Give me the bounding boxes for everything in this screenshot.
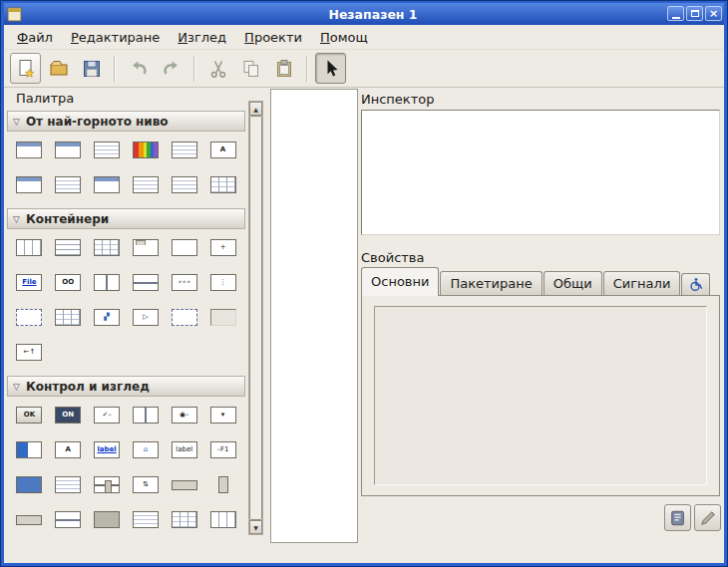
palette-item-hbox[interactable]	[13, 238, 45, 257]
minimize-button[interactable]	[667, 6, 684, 21]
widget-icon	[172, 239, 197, 256]
palette-item-expander[interactable]: ▷	[130, 308, 162, 327]
menu-file[interactable]: Файл	[8, 27, 62, 48]
palette-item-fixed[interactable]	[169, 238, 200, 257]
palette-item-accel-label[interactable]: –F1	[207, 440, 239, 459]
palette-item-tree-view[interactable]	[130, 510, 162, 529]
palette-item-font-selection-dialog[interactable]: A	[207, 141, 239, 159]
palette-item-about-dialog[interactable]	[91, 141, 123, 159]
scroll-down-button[interactable]: ▼	[249, 520, 262, 534]
palette-item-combo-box-entry[interactable]: ▾	[207, 406, 239, 425]
palette-item-progress-bar[interactable]	[13, 510, 45, 529]
palette-item-message-dialog[interactable]	[52, 175, 84, 194]
new-button[interactable]	[10, 53, 41, 84]
palette-item-file-chooser-dialog[interactable]	[169, 141, 200, 159]
paste-button[interactable]	[268, 53, 299, 84]
scrollbar-track[interactable]	[249, 116, 262, 520]
palette-item-color-button[interactable]	[13, 475, 45, 494]
palette-item-alignment[interactable]: +	[207, 238, 239, 257]
scroll-up-button[interactable]: ▲	[249, 102, 262, 116]
palette-item-spin-button[interactable]: ⇅	[130, 475, 162, 494]
palette-item-button[interactable]: OK	[13, 406, 45, 425]
palette-item-scrolledwindow[interactable]	[13, 308, 45, 327]
app-icon	[7, 7, 22, 22]
palette-item-drawing-area[interactable]	[91, 510, 123, 529]
edit-button[interactable]	[694, 504, 721, 531]
palette-item-viewport[interactable]	[207, 308, 239, 327]
tab-general[interactable]: Основни	[361, 267, 439, 296]
design-canvas[interactable]	[270, 89, 358, 543]
palette-item-toggle-button[interactable]: ON	[52, 406, 84, 425]
palette-item-iconview[interactable]	[52, 308, 84, 327]
tab-common[interactable]: Общи	[544, 271, 602, 296]
maximize-button[interactable]	[686, 6, 703, 21]
info-button[interactable]	[664, 504, 691, 531]
open-button[interactable]	[43, 53, 74, 84]
palette-item-window[interactable]	[13, 141, 45, 159]
palette-item-text-view[interactable]	[52, 475, 84, 494]
palette-item-file-selection[interactable]	[169, 175, 200, 194]
menu-help[interactable]: Помощ	[311, 27, 377, 48]
menu-view[interactable]: Изглед	[169, 27, 235, 48]
palette-item-statusbar[interactable]	[52, 510, 84, 529]
undo-button[interactable]	[123, 53, 154, 84]
palette-item-radio-button[interactable]: ◉–	[169, 406, 200, 425]
palette-item-vbox[interactable]	[52, 238, 84, 257]
close-button[interactable]: ×	[705, 6, 722, 21]
palette-item-check-button[interactable]: ✓–	[91, 406, 123, 425]
palette-item-vbuttonbox[interactable]: ⋮	[207, 273, 239, 292]
save-button[interactable]	[76, 53, 107, 84]
titlebar[interactable]: Незапазен 1 ×	[4, 3, 724, 25]
palette-item-input-dialog[interactable]	[13, 175, 45, 194]
palette-item-layout[interactable]	[169, 308, 200, 327]
palette-section-header-toplevels[interactable]: ▽ От най-горното ниво	[7, 111, 245, 132]
tab-accessibility[interactable]	[681, 273, 710, 296]
palette-item-combo-box[interactable]	[130, 406, 162, 425]
palette-item-icon-view[interactable]	[169, 510, 200, 529]
inspector-view[interactable]	[361, 110, 720, 235]
palette-item-font-selection[interactable]	[207, 175, 239, 194]
palette-item-table[interactable]	[91, 238, 123, 257]
palette-item-dialog[interactable]	[52, 141, 84, 159]
palette-item-font-button[interactable]: A	[52, 440, 84, 459]
palette-item-frame[interactable]	[130, 238, 162, 257]
palette-item-hscale[interactable]	[91, 475, 123, 494]
palette-item-link-button[interactable]: label	[91, 440, 123, 459]
palette-item-entry[interactable]	[13, 440, 45, 459]
cut-button[interactable]	[202, 53, 233, 84]
palette-item-recent-chooser-dialog[interactable]	[130, 175, 162, 194]
copy-button[interactable]	[235, 53, 266, 84]
palette-scrollbar[interactable]: ▲ ▼	[248, 101, 263, 535]
palette-item-hscrollbar[interactable]	[169, 475, 200, 494]
palette-item-label[interactable]: label	[169, 440, 200, 459]
palette-item-menubar[interactable]: File	[13, 273, 45, 292]
redo-button[interactable]	[156, 53, 186, 84]
widget-icon	[16, 239, 42, 256]
palette-section-header-controls[interactable]: ▽ Контрол и изглед	[7, 376, 245, 397]
palette-item-hpaned[interactable]	[91, 273, 123, 292]
tab-signals[interactable]: Сигнали	[603, 271, 681, 296]
palette-section-header-containers[interactable]: ▽ Контейнери	[7, 208, 245, 229]
palette-item-toolbar[interactable]: OO	[52, 273, 84, 292]
palette-item-color-selection-dialog[interactable]	[130, 141, 162, 159]
tab-packing[interactable]: Пакетиране	[440, 271, 542, 296]
palette-item-sizegroup[interactable]: ←↑	[13, 343, 45, 362]
menubar: Файл Редактиране Изглед Проекти Помощ	[4, 25, 724, 50]
menu-edit[interactable]: Редактиране	[62, 27, 169, 48]
scrollbar-thumb[interactable]	[249, 116, 262, 520]
menu-projects[interactable]: Проекти	[235, 27, 311, 48]
palette-item-hbuttonbox[interactable]: ∘∘∘	[169, 273, 200, 292]
selector-button[interactable]	[315, 53, 346, 84]
widget-icon: ∘∘∘	[172, 274, 197, 291]
palette-item-vscrollbar[interactable]	[207, 475, 239, 494]
palette-grid-toplevels: A	[7, 132, 245, 206]
palette-item-handlebox[interactable]: ▞	[91, 308, 123, 327]
palette-item-column-view[interactable]	[207, 510, 239, 529]
palette-item-vpaned[interactable]	[130, 273, 162, 292]
palette-item-image[interactable]: ⌂	[130, 440, 162, 459]
widget-icon	[94, 476, 120, 493]
palette-item-assistant[interactable]	[91, 175, 123, 194]
widget-icon: label	[172, 441, 197, 458]
widget-icon: OO	[55, 274, 81, 291]
palette-section-label: Контрол и изглед	[26, 380, 150, 394]
